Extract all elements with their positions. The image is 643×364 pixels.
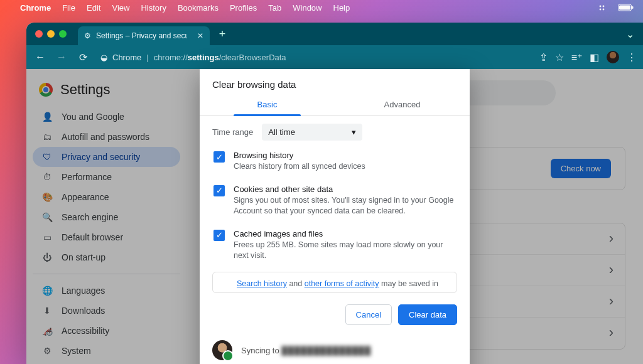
dialog-actions: Cancel Clear data [200,302,470,334]
url-path: /clearBrowserData [219,53,286,62]
share-icon[interactable]: ⇪ [539,51,548,63]
svg-point-1 [603,6,605,8]
activity-info-box: Search history and other forms of activi… [212,272,457,293]
reading-list-icon[interactable]: ≡⁺ [571,51,582,63]
reload-button[interactable]: ⟳ [75,51,90,63]
tab-overflow-icon[interactable]: ⌄ [626,28,634,40]
close-tab-icon[interactable]: ✕ [197,31,203,40]
svg-rect-6 [632,6,634,9]
tab-title: Settings – Privacy and securit [96,31,187,40]
other-activity-link[interactable]: other forms of activity [305,279,379,288]
button-label: Clear data [409,310,446,319]
side-panel-icon[interactable]: ◧ [590,51,599,63]
svg-rect-5 [619,6,630,10]
chevron-down-icon: ▾ [352,127,356,137]
window-controls [35,30,67,38]
menu-tab[interactable]: Tab [268,3,281,13]
option-desc: Signs you out of most sites. You'll stay… [234,195,456,217]
chrome-menu-icon[interactable]: ⋮ [627,51,637,63]
site-info-icon[interactable]: ◒ [100,53,107,62]
tab-advanced[interactable]: Advanced [335,92,470,115]
forward-button[interactable]: → [54,51,69,63]
menu-edit[interactable]: Edit [87,3,100,13]
menu-help[interactable]: Help [333,3,350,13]
new-tab-button[interactable]: + [213,25,231,43]
option-desc: Frees up 255 MB. Some sites may load mor… [234,240,456,261]
cancel-button[interactable]: Cancel [345,304,392,325]
bookmark-icon[interactable]: ☆ [555,51,564,63]
battery-icon[interactable] [618,4,634,11]
gear-icon: ⚙ [84,31,91,40]
sync-status-row: Syncing to ██████████████ [200,334,470,364]
tab-label: Advanced [384,100,421,109]
tab-basic[interactable]: Basic [200,92,335,115]
option-cookies[interactable]: ✓ Cookies and other site data Signs you … [212,178,457,223]
option-label: Browsing history [234,151,365,160]
time-range-row: Time range All time ▾ [212,124,457,141]
svg-point-3 [603,9,605,11]
minimize-window-button[interactable] [47,30,55,38]
time-range-label: Time range [212,127,253,137]
clear-data-button[interactable]: Clear data [398,304,457,325]
clear-browsing-data-dialog: Clear browsing data Basic Advanced Time … [200,69,470,364]
svg-point-0 [600,6,602,8]
menu-history[interactable]: History [141,3,166,13]
chrome-window: ⚙ Settings – Privacy and securit ✕ + ⌄ ←… [26,23,643,364]
checkbox-checked-icon[interactable]: ✓ [213,230,225,241]
close-window-button[interactable] [35,30,43,38]
option-label: Cached images and files [234,229,456,238]
time-range-select[interactable]: All time ▾ [262,124,362,141]
dialog-title: Clear browsing data [200,69,470,92]
option-browsing-history[interactable]: ✓ Browsing history Clears history from a… [212,144,457,178]
url-host: settings [188,53,219,62]
profile-avatar [212,340,232,360]
menu-profiles[interactable]: Profiles [230,3,257,13]
menu-view[interactable]: View [112,3,129,13]
info-text: and [287,279,305,288]
browser-toolbar: ← → ⟳ ◒ Chrome | chrome://settings/clear… [26,45,643,69]
menu-window[interactable]: Window [293,3,322,13]
dialog-tabs: Basic Advanced [200,92,470,116]
settings-page: Settings 👤You and Google 🗂Autofill and p… [26,69,643,364]
button-label: Cancel [356,310,381,319]
tab-label: Basic [257,100,278,109]
menu-file[interactable]: File [62,3,75,13]
checkbox-checked-icon[interactable]: ✓ [213,151,225,163]
macos-menubar: Chrome File Edit View History Bookmarks … [0,0,643,15]
url-prefix: Chrome [112,53,141,62]
checkbox-checked-icon[interactable]: ✓ [213,185,225,196]
fullscreen-window-button[interactable] [59,30,67,38]
time-range-value: All time [268,127,295,137]
browser-tab[interactable]: ⚙ Settings – Privacy and securit ✕ [78,26,210,45]
sync-account-obscured: ██████████████ [281,346,371,355]
active-app-name[interactable]: Chrome [20,3,51,13]
option-label: Cookies and other site data [234,185,456,194]
profile-avatar-button[interactable] [607,51,619,63]
address-bar[interactable]: ◒ Chrome | chrome://settings/clearBrowse… [97,53,286,62]
sync-prefix: Syncing to [241,346,279,355]
option-desc: Clears history from all synced devices [234,161,365,172]
search-history-link[interactable]: Search history [237,279,287,288]
back-button[interactable]: ← [33,51,48,63]
option-cache[interactable]: ✓ Cached images and files Frees up 255 M… [212,223,457,267]
url-scheme: chrome:// [154,53,188,62]
menu-bookmarks[interactable]: Bookmarks [178,3,219,13]
svg-point-2 [600,9,602,11]
control-center-icon[interactable] [598,4,609,11]
tab-strip: ⚙ Settings – Privacy and securit ✕ + ⌄ [26,23,643,45]
